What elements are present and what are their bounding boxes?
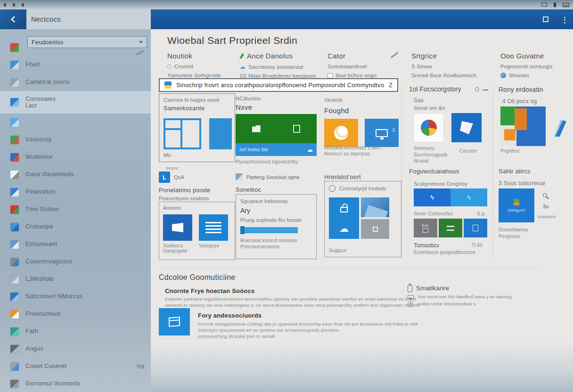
panel-line: Ary — [240, 207, 312, 214]
sidebar-item-icon — [10, 153, 19, 162]
radio-icon[interactable] — [475, 87, 479, 91]
taskbar-pin-icon[interactable] — [4, 3, 6, 7]
list-icon — [205, 220, 221, 235]
restore-icon[interactable] — [543, 16, 548, 22]
info-col-updates: Ooo Guvatne Pogronontt oonturgis Shooies — [500, 52, 571, 82]
panel-row[interactable]: Cnoroolyrjd Irodeds — [329, 185, 397, 192]
sidebar-item[interactable]: Fhelt — [0, 56, 151, 74]
excel-banner-tile[interactable] — [236, 114, 317, 143]
lightning-icon: ϟ — [414, 188, 450, 206]
section-heading: Ponelatimo poode — [159, 187, 211, 194]
browser-app-tile[interactable] — [324, 119, 358, 147]
sidebar-item[interactable]: Tmo Scibos — [0, 201, 151, 218]
panel-subtitle: Samerkoxante — [164, 105, 230, 112]
tray-display-icon[interactable] — [541, 3, 547, 7]
header-controls[interactable] — [475, 85, 488, 93]
section-heading: Hrenldot'oort — [324, 173, 361, 180]
sidebar-item[interactable]: Sdccomerl NMorcss — [0, 288, 151, 305]
wallpaper-tile[interactable] — [361, 197, 389, 217]
info-col-title: Ance Danolus — [247, 52, 293, 60]
app-window: Nectcocs Feudcenlos Fhelt — [0, 0, 573, 392]
sidebar-item[interactable]: Angus — [0, 340, 151, 358]
office-mosaic-tile[interactable] — [500, 106, 546, 146]
sidebar-item-value: Yot — [136, 363, 144, 370]
sidebar-item[interactable]: ConosaiesLacr — [0, 91, 151, 114]
app-tile[interactable]: Xoetsocs Gangogote — [163, 214, 192, 253]
onedrive-banner[interactable]: Ivrl homo bw ☁ — [236, 143, 317, 156]
sidebar-item[interactable]: LJWúñobi — [0, 270, 151, 288]
column-heading: Foughd — [324, 106, 349, 114]
display-app-tile[interactable]: 3 — [365, 119, 399, 147]
sidebar-item[interactable]: Pinasshon — [0, 183, 151, 201]
sidebar-item[interactable]: Coovorrvagoocs — [0, 253, 151, 270]
terminal-tile[interactable]: Ecrr — [414, 219, 437, 237]
sidebar-item[interactable]: Echumvam — [0, 236, 151, 253]
taskbar-pin-icon[interactable] — [22, 3, 24, 7]
sidebar-item[interactable]: Vzosocty — [0, 131, 151, 148]
lock-tile[interactable]: ☁ — [329, 197, 359, 239]
lock-icon — [340, 207, 348, 212]
sidebar-item[interactable]: Crohsnpe — [0, 218, 151, 236]
profile-icon — [329, 185, 336, 192]
sheet-tile[interactable] — [439, 219, 462, 237]
report-app-tile[interactable] — [414, 113, 444, 142]
tray-keyboard-icon[interactable] — [563, 3, 569, 7]
sidebar-item-label: Angus — [25, 345, 138, 352]
sidebar-item[interactable]: Gasv iSedemods — [0, 166, 151, 183]
info-col-title: Noutiok — [167, 52, 238, 60]
sidebar-item-icon — [10, 240, 19, 249]
sidebar-item[interactable] — [0, 114, 151, 131]
search-icon[interactable] — [543, 193, 547, 197]
section-heading: Sahlr alircs — [499, 168, 531, 175]
sidebar-item-icon — [10, 61, 19, 69]
radio-icon[interactable] — [167, 65, 172, 69]
more-options-icon[interactable] — [564, 16, 565, 24]
info-col-title: Ooo Guvatne — [500, 52, 571, 60]
sidebar-item[interactable]: Cametral cilons — [0, 74, 151, 91]
store-app-tile[interactable]: 1639gu9T — [499, 188, 534, 222]
sidebar-item[interactable]: Gorromul Ilvomorts — [0, 375, 151, 392]
tray-person-icon[interactable] — [554, 2, 556, 7]
column-heading: Rony erdoxatin — [499, 86, 543, 93]
plant-icon — [239, 53, 244, 59]
sidebar-item[interactable]: Cooot Cuseret Yot — [0, 358, 151, 375]
sidebar-item[interactable] — [0, 39, 151, 56]
layout-preview-panel[interactable]: Caerora bi lvages oeud Samerkoxante Mo — [159, 93, 235, 162]
taskbar-pin-icon[interactable] — [13, 3, 15, 7]
panel-caption: Mo — [164, 152, 171, 158]
status-label: oodse Uoire omusoraoboa s — [417, 301, 475, 306]
status-row[interactable]: oodse Uoire omusoraoboa s — [408, 301, 530, 307]
status-row[interactable]: Yort necrt oos hlcr kaedbof oooa y ao na… — [408, 294, 530, 299]
tile-label: 1639gu9T — [507, 208, 525, 212]
panel-caption: Sugipux — [329, 248, 347, 253]
cloud-icon: ☁ — [239, 64, 246, 70]
power-tile[interactable]: ϟ ϟ — [414, 188, 487, 206]
checkbox-icon[interactable] — [327, 73, 333, 78]
titlebar[interactable] — [151, 9, 573, 29]
sidebar-item[interactable]: Wudomor — [0, 148, 151, 166]
storage-progress-bar — [240, 227, 298, 233]
device-tile[interactable] — [464, 219, 487, 237]
sidebar-item[interactable]: Fath — [0, 323, 151, 340]
minimize-icon[interactable] — [483, 90, 488, 90]
main-search-input[interactable]: Sinochrip frovrt arco corathpouralonipff… — [159, 78, 398, 92]
info-col-devices: Ance Danolus ☁Sacrónony povcwcuut 1G Nil… — [239, 52, 322, 82]
tile-label: Voregyze — [199, 243, 228, 248]
mid-label: Sroor Corteocfsu — [414, 211, 453, 216]
gray-app-tile[interactable] — [361, 219, 389, 239]
section-divider — [159, 268, 540, 268]
setting-row[interactable]: Parteng Soceóúo opne — [236, 173, 300, 180]
flag-app-tile[interactable] — [451, 113, 482, 142]
back-button[interactable] — [0, 9, 26, 29]
list-app-tile[interactable] — [199, 214, 228, 241]
document-icon — [293, 125, 300, 133]
sidebar-item[interactable]: Prooountuor — [0, 305, 151, 323]
apps-feature-tile[interactable] — [159, 308, 190, 335]
status-dot-icon — [500, 73, 506, 78]
tile-label: Cocoon — [459, 148, 477, 154]
app-tile-icon[interactable]: L — [159, 172, 170, 183]
app-shortcut[interactable]: L QsA — [159, 172, 184, 183]
window-app-tile[interactable] — [163, 214, 192, 241]
app-tile[interactable]: Voregyze — [199, 214, 228, 253]
status-row[interactable]: Smatlkanre — [408, 285, 530, 292]
